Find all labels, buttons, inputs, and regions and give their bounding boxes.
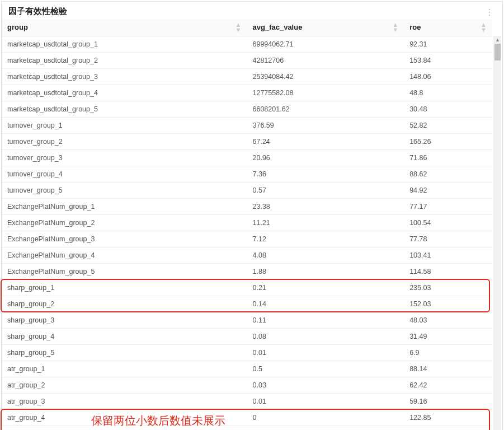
- cell-roe: 88.14: [404, 361, 492, 377]
- cell-avg: 23.38: [247, 199, 404, 215]
- sort-icon[interactable]: ▲▼: [392, 23, 398, 32]
- cell-group: sharp_group_1: [2, 280, 247, 296]
- cell-avg: 0.5: [247, 361, 404, 377]
- panel-title: 因子有效性检验: [8, 6, 67, 17]
- data-table: group ▲▼ avg_fac_value ▲▼ roe ▲▼ marketc…: [2, 19, 492, 430]
- cell-avg: 67.24: [247, 134, 404, 150]
- cell-group: atr_group_4: [2, 410, 247, 426]
- col-header-avg[interactable]: avg_fac_value ▲▼: [247, 19, 404, 36]
- table-row: marketcap_usdtotal_group_169994062.7192.…: [2, 36, 492, 53]
- cell-roe: 235.03: [404, 280, 492, 296]
- table-row: atr_group_10.588.14: [2, 361, 492, 377]
- col-header-roe-label: roe: [409, 23, 421, 31]
- cell-roe: 122.85: [404, 410, 492, 426]
- table-row: ExchangePlatNum_group_44.08103.41: [2, 247, 492, 264]
- panel: 因子有效性检验 ⋯ group ▲▼ avg_fac_value ▲▼ roe …: [1, 1, 503, 430]
- cell-avg: 25394084.42: [247, 69, 404, 85]
- cell-group: atr_group_2: [2, 377, 247, 394]
- cell-avg: 0.14: [247, 296, 404, 312]
- cell-roe: 31.49: [404, 329, 492, 345]
- cell-roe: 165.26: [404, 134, 492, 150]
- cell-avg: 69994062.71: [247, 36, 404, 53]
- cell-group: marketcap_usdtotal_group_2: [2, 53, 247, 69]
- cell-roe: 148.06: [404, 69, 492, 85]
- cell-avg: 376.59: [247, 118, 404, 134]
- cell-group: turnover_group_3: [2, 150, 247, 166]
- cell-group: marketcap_usdtotal_group_4: [2, 85, 247, 101]
- cell-avg: 20.96: [247, 150, 404, 166]
- cell-group: ExchangePlatNum_group_5: [2, 264, 247, 280]
- cell-avg: 0: [247, 426, 404, 431]
- cell-group: turnover_group_4: [2, 166, 247, 183]
- cell-avg: 0.08: [247, 329, 404, 345]
- cell-avg: 0.01: [247, 345, 404, 361]
- cell-roe: 114.58: [404, 264, 492, 280]
- cell-group: sharp_group_3: [2, 312, 247, 329]
- cell-group: ExchangePlatNum_group_3: [2, 231, 247, 247]
- sort-icon[interactable]: ▲▼: [481, 23, 487, 32]
- cell-roe: 140.92: [404, 426, 492, 431]
- cell-group: ExchangePlatNum_group_2: [2, 215, 247, 231]
- cell-roe: 30.48: [404, 101, 492, 118]
- cell-roe: 52.82: [404, 118, 492, 134]
- col-header-avg-label: avg_fac_value: [253, 23, 303, 31]
- col-header-roe[interactable]: roe ▲▼: [404, 19, 492, 36]
- table-row: sharp_group_20.14152.03: [2, 296, 492, 312]
- cell-group: turnover_group_1: [2, 118, 247, 134]
- table-row: turnover_group_47.3688.62: [2, 166, 492, 183]
- cell-group: sharp_group_2: [2, 296, 247, 312]
- table-row: atr_group_40122.85: [2, 410, 492, 426]
- cell-avg: 7.36: [247, 166, 404, 183]
- table-row: sharp_group_40.0831.49: [2, 329, 492, 345]
- cell-avg: 0.01: [247, 394, 404, 410]
- cell-avg: 0: [247, 410, 404, 426]
- cell-group: sharp_group_4: [2, 329, 247, 345]
- cell-avg: 11.21: [247, 215, 404, 231]
- sort-icon[interactable]: ▲▼: [235, 23, 242, 32]
- table-row: ExchangePlatNum_group_123.3877.17: [2, 199, 492, 215]
- cell-avg: 12775582.08: [247, 85, 404, 101]
- cell-roe: 6.9: [404, 345, 492, 361]
- cell-roe: 48.03: [404, 312, 492, 329]
- cell-roe: 77.78: [404, 231, 492, 247]
- more-icon[interactable]: ⋯: [485, 6, 494, 18]
- table-row: marketcap_usdtotal_group_325394084.42148…: [2, 69, 492, 85]
- table-row: marketcap_usdtotal_group_56608201.6230.4…: [2, 101, 492, 118]
- cell-roe: 62.42: [404, 377, 492, 394]
- table-row: atr_group_20.0362.42: [2, 377, 492, 394]
- table-row: sharp_group_10.21235.03: [2, 280, 492, 296]
- cell-group: atr_group_1: [2, 361, 247, 377]
- scroll-up-icon[interactable]: ▲: [494, 36, 501, 44]
- cell-avg: 0.11: [247, 312, 404, 329]
- cell-group: atr_group_3: [2, 394, 247, 410]
- table-header-row: group ▲▼ avg_fac_value ▲▼ roe ▲▼: [2, 19, 492, 36]
- vertical-scrollbar[interactable]: ▲ ▼: [493, 36, 501, 430]
- col-header-group[interactable]: group ▲▼: [2, 19, 247, 36]
- cell-group: marketcap_usdtotal_group_1: [2, 36, 247, 53]
- table-row: atr_group_50140.92: [2, 426, 492, 431]
- table-row: ExchangePlatNum_group_51.88114.58: [2, 264, 492, 280]
- table-wrap: group ▲▼ avg_fac_value ▲▼ roe ▲▼ marketc…: [2, 19, 502, 430]
- table-row: turnover_group_320.9671.86: [2, 150, 492, 166]
- cell-roe: 103.41: [404, 247, 492, 264]
- cell-roe: 94.92: [404, 183, 492, 199]
- table-row: ExchangePlatNum_group_211.21100.54: [2, 215, 492, 231]
- cell-group: turnover_group_5: [2, 183, 247, 199]
- table-row: marketcap_usdtotal_group_412775582.0848.…: [2, 85, 492, 101]
- table-row: marketcap_usdtotal_group_242812706153.84: [2, 53, 492, 69]
- scroll-thumb[interactable]: [494, 44, 501, 60]
- col-header-group-label: group: [7, 23, 28, 31]
- cell-roe: 88.62: [404, 166, 492, 183]
- table-body: marketcap_usdtotal_group_169994062.7192.…: [2, 36, 492, 431]
- table-row: turnover_group_50.5794.92: [2, 183, 492, 199]
- cell-roe: 48.8: [404, 85, 492, 101]
- cell-roe: 100.54: [404, 215, 492, 231]
- cell-avg: 1.88: [247, 264, 404, 280]
- panel-header: 因子有效性检验 ⋯: [2, 2, 502, 19]
- cell-group: atr_group_5: [2, 426, 247, 431]
- cell-roe: 77.17: [404, 199, 492, 215]
- cell-avg: 0.57: [247, 183, 404, 199]
- cell-avg: 42812706: [247, 53, 404, 69]
- cell-roe: 152.03: [404, 296, 492, 312]
- table-row: atr_group_30.0159.16: [2, 394, 492, 410]
